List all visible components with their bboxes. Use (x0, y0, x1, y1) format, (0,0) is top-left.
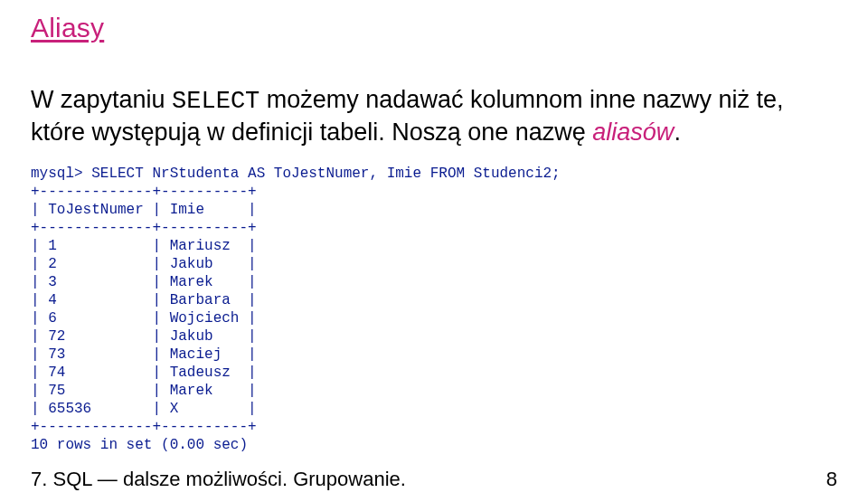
sql-query-line: mysql> SELECT NrStudenta AS ToJestNumer,… (31, 166, 561, 182)
table-row: | 74 | Tadeusz | (31, 365, 257, 381)
table-row: | 2 | Jakub | (31, 256, 257, 272)
slide-page: Aliasy W zapytaniu SELECT możemy nadawać… (0, 0, 868, 502)
slide-title: Aliasy (31, 13, 837, 43)
table-row: | 75 | Marek | (31, 383, 257, 399)
table-row: | 3 | Marek | (31, 274, 257, 290)
table-row: | 73 | Maciej | (31, 346, 257, 363)
sql-border-mid: +-------------+----------+ (31, 220, 257, 236)
para-text-1: W zapytaniu (31, 86, 172, 113)
sql-rowcount-line: 10 rows in set (0.00 sec) (31, 437, 248, 453)
table-row: | 65536 | X | (31, 401, 257, 417)
table-row: | 1 | Mariusz | (31, 238, 257, 254)
table-row: | 72 | Jakub | (31, 328, 257, 345)
footer-chapter: 7. SQL — dalsze możliwości. Grupowanie. (31, 468, 406, 491)
footer-page-number: 8 (826, 468, 837, 491)
sql-output-block: mysql> SELECT NrStudenta AS ToJestNumer,… (31, 165, 837, 454)
sql-header-row: | ToJestNumer | Imie | (31, 202, 257, 218)
table-row: | 6 | Wojciech | (31, 310, 257, 327)
sql-border-bottom: +-------------+----------+ (31, 419, 257, 435)
para-text-3: . (674, 118, 681, 146)
sql-border-top: +-------------+----------+ (31, 184, 257, 200)
inline-code-select: SELECT (172, 88, 259, 115)
slide-footer: 7. SQL — dalsze możliwości. Grupowanie. … (31, 468, 837, 491)
para-emph-aliasow: aliasów (592, 118, 674, 146)
table-row: | 4 | Barbara | (31, 292, 257, 308)
description-paragraph: W zapytaniu SELECT możemy nadawać kolumn… (31, 85, 837, 148)
